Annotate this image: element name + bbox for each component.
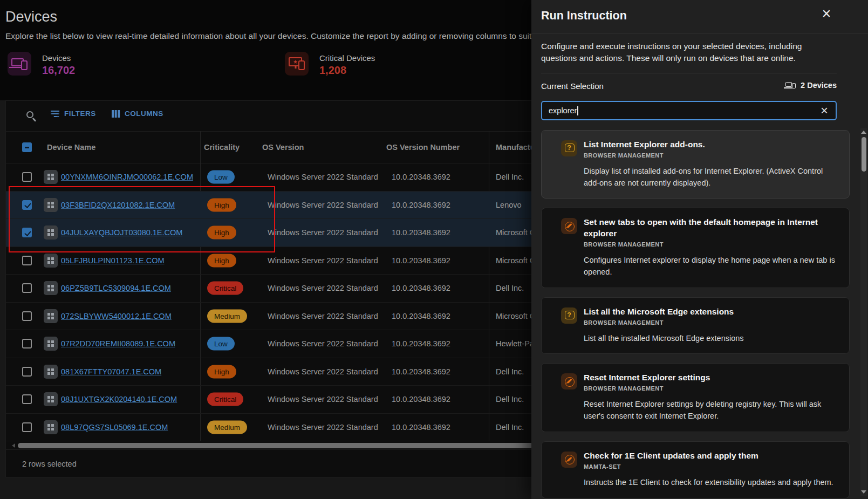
instruction-body: Reset Internet Explorer settings BROWSER… [584, 372, 835, 422]
app-window: Devices Explore the list below to view r… [0, 0, 868, 499]
os-version-number-cell: 10.0.20348.3692 [392, 173, 450, 181]
device-name-link[interactable]: 00YNXMM6OINRJMO00062.1E.COM [61, 173, 193, 181]
os-version-number-cell: 10.0.20348.3692 [392, 284, 450, 292]
vertical-scrollbar-thumb[interactable] [862, 137, 866, 172]
instruction-title: Check for 1E Client updates and apply th… [584, 450, 833, 462]
criticality-badge: Medium [207, 309, 247, 323]
stat-value: 16,702 [42, 64, 75, 77]
manufacturer-cell: Dell Inc. [496, 395, 524, 404]
os-version-cell: Windows Server 2022 Standard [268, 395, 378, 404]
clear-search-icon[interactable]: × [819, 104, 829, 117]
criticality-badge: Medium [207, 420, 247, 434]
instruction-card[interactable]: Check for 1E Client updates and apply th… [541, 441, 850, 498]
os-version-number-cell: 10.0.20348.3692 [392, 367, 450, 376]
os-version-cell: Windows Server 2022 Standard [268, 312, 378, 320]
stat-tile-critical-devices[interactable]: Critical Devices 1,208 [285, 52, 511, 78]
instruction-description: Configures Internet explorer to display … [584, 255, 835, 278]
row-checkbox[interactable] [22, 256, 32, 265]
column-header-criticality[interactable]: Criticality [204, 143, 240, 152]
scroll-up-arrow-icon[interactable] [861, 131, 866, 134]
os-version-number-cell: 10.0.20348.3692 [392, 256, 450, 265]
row-checkbox[interactable] [22, 367, 32, 377]
instruction-category: BROWSER MANAGEMENT [584, 241, 835, 248]
instruction-title: Set new tabs to open with the default ho… [584, 217, 835, 240]
row-checkbox[interactable] [22, 283, 32, 293]
instruction-search-input[interactable]: explorer × [541, 101, 837, 120]
device-name-link[interactable]: 08L97QGS7SL05069.1E.COM [61, 423, 168, 432]
device-name-link[interactable]: 072SLBYWW5400012.1E.COM [61, 312, 172, 320]
os-version-cell: Windows Server 2022 Standard [268, 201, 378, 209]
criticality-badge: Critical [207, 282, 243, 295]
manufacturer-cell: Dell Inc. [496, 173, 524, 181]
os-version-number-cell: 10.0.20348.3692 [392, 339, 450, 348]
close-icon[interactable]: × [818, 5, 835, 22]
column-header-os-version-number[interactable]: OS Version Number [386, 143, 460, 152]
device-name-link[interactable]: 05LFJBULPIN01123.1E.COM [61, 256, 165, 265]
os-version-cell: Windows Server 2022 Standard [268, 284, 378, 292]
selection-summary: 2 rows selected [22, 460, 77, 468]
stat-label: Critical Devices [319, 53, 375, 63]
device-icon [44, 337, 58, 351]
column-header-device-name[interactable]: Device Name [47, 143, 95, 152]
selection-count: 2 Devices [785, 81, 837, 90]
instruction-description: Display list of installed add-ons for In… [584, 166, 835, 189]
device-icon [44, 392, 58, 406]
row-checkbox[interactable] [22, 311, 32, 321]
row-checkbox[interactable] [22, 394, 32, 404]
device-name-link[interactable]: 07R2DD70REMII08089.1E.COM [61, 339, 175, 348]
instruction-card[interactable]: List all the Microsoft Edge extensions B… [541, 297, 850, 354]
instruction-body: List all the Microsoft Edge extensions B… [584, 306, 744, 345]
instruction-card[interactable]: Reset Internet Explorer settings BROWSER… [541, 363, 850, 432]
column-header-os-version[interactable]: OS Version [262, 143, 304, 152]
action-icon [561, 218, 577, 234]
instruction-description: Reset Internet Explorer settings by dele… [584, 399, 835, 422]
current-selection-label: Current Selection [541, 81, 604, 91]
os-version-number-cell: 10.0.20348.3692 [392, 423, 450, 432]
columns-button[interactable]: COLUMNS [112, 110, 163, 118]
vertical-scrollbar[interactable] [860, 128, 867, 496]
instruction-card[interactable]: Set new tabs to open with the default ho… [541, 208, 850, 288]
scroll-left-arrow-icon[interactable] [12, 443, 15, 448]
row-checkbox[interactable] [22, 339, 32, 348]
row-checkbox[interactable] [22, 422, 32, 432]
os-version-cell: Windows Server 2022 Standard [268, 173, 378, 181]
row-checkbox[interactable] [22, 172, 32, 182]
device-icon [44, 281, 58, 295]
text-cursor [577, 106, 578, 115]
instruction-card[interactable]: List Internet Explorer add-ons. BROWSER … [541, 130, 850, 199]
select-all-checkbox[interactable] [22, 142, 32, 152]
device-icon [44, 420, 58, 434]
current-selection-row: Current Selection 2 Devices [541, 81, 837, 92]
manufacturer-cell: Dell Inc. [496, 284, 524, 292]
instruction-body: List Internet Explorer add-ons. BROWSER … [584, 139, 835, 189]
instruction-description: List all the installed Microsoft Edge ex… [584, 333, 744, 345]
device-icon [44, 254, 58, 268]
manufacturer-cell: Lenovo [496, 201, 522, 209]
panel-title: Run Instruction [541, 9, 627, 23]
criticality-badge: Critical [207, 393, 243, 406]
instruction-body: Check for 1E Client updates and apply th… [584, 450, 833, 489]
device-name-link[interactable]: 08J1UXTGX2K0204140.1E.COM [61, 395, 177, 404]
filters-button[interactable]: FILTERS [51, 110, 96, 118]
columns-icon [112, 110, 120, 118]
device-name-link[interactable]: 081X67FTTY07047.1E.COM [61, 367, 161, 376]
stat-label: Devices [42, 53, 71, 63]
instruction-body: Set new tabs to open with the default ho… [584, 217, 835, 278]
search-value: explorer [549, 106, 577, 115]
run-instruction-panel: Run Instruction × Configure and execute … [531, 0, 868, 499]
criticality-badge: High [207, 365, 236, 378]
os-version-cell: Windows Server 2022 Standard [268, 423, 378, 432]
criticality-badge: High [207, 254, 236, 267]
scroll-down-arrow-icon[interactable] [861, 490, 866, 494]
page-title: Devices [5, 9, 57, 25]
os-version-number-cell: 10.0.20348.3692 [392, 201, 450, 209]
device-name-link[interactable]: 06PZ5B9TLC5309094.1E.COM [61, 284, 171, 292]
instruction-title: List all the Microsoft Edge extensions [584, 306, 744, 318]
divider [541, 73, 837, 73]
os-version-cell: Windows Server 2022 Standard [268, 339, 378, 348]
manufacturer-cell: Dell Inc. [496, 423, 524, 432]
search-icon[interactable] [26, 111, 33, 118]
os-version-cell: Windows Server 2022 Standard [268, 367, 378, 376]
device-icon [44, 365, 58, 379]
stat-tile-devices[interactable]: Devices 16,702 [8, 52, 234, 78]
